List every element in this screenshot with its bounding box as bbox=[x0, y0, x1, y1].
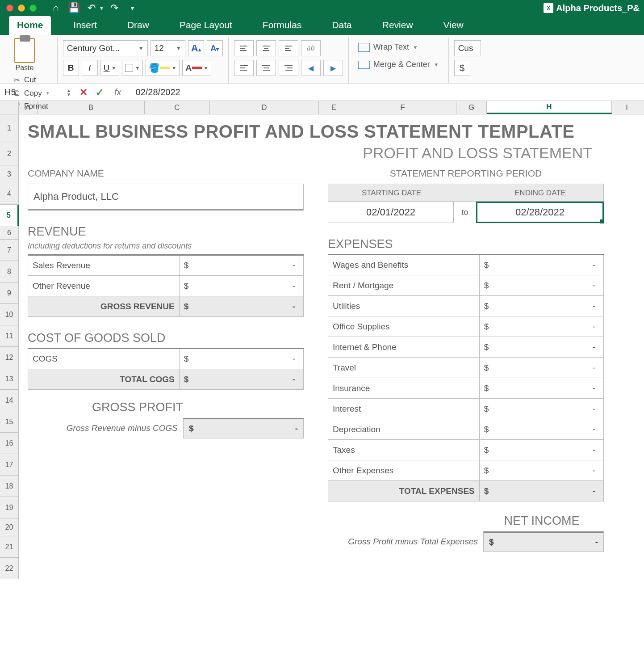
font-name-combo[interactable]: Century Got...▼ bbox=[63, 40, 148, 56]
table-row[interactable]: Other Expenses$- bbox=[328, 460, 604, 481]
fx-icon[interactable]: fx bbox=[114, 87, 121, 97]
col-header-g[interactable]: G bbox=[456, 101, 487, 114]
net-income-row[interactable]: Gross Profit minus Total Expenses $- bbox=[328, 531, 604, 552]
close-window-button[interactable] bbox=[6, 4, 13, 12]
select-all-corner[interactable] bbox=[0, 101, 19, 114]
redo-icon[interactable]: ↷ bbox=[108, 2, 121, 14]
table-row[interactable]: Other Revenue$- bbox=[28, 276, 304, 296]
row-header-5[interactable]: 5 bbox=[0, 205, 19, 226]
table-row[interactable]: Sales Revenue$- bbox=[28, 255, 304, 276]
decrease-font-button[interactable]: A▾ bbox=[207, 40, 223, 56]
save-icon[interactable]: 💾 bbox=[67, 2, 80, 14]
col-header-i[interactable]: I bbox=[612, 101, 642, 114]
number-format-combo[interactable]: Cus bbox=[454, 40, 481, 56]
underline-button[interactable]: U▼ bbox=[100, 60, 120, 76]
table-row[interactable]: Insurance$- bbox=[328, 378, 604, 399]
tab-page-layout[interactable]: Page Layout bbox=[171, 16, 240, 35]
undo-icon[interactable]: ↶ bbox=[85, 2, 98, 14]
align-middle-button[interactable] bbox=[256, 40, 276, 56]
company-name-cell[interactable]: Alpha Product, LLC bbox=[28, 184, 304, 211]
row-header-18[interactable]: 18 bbox=[0, 476, 18, 497]
table-row[interactable]: COGS$- bbox=[28, 349, 304, 369]
home-icon[interactable]: ⌂ bbox=[49, 2, 63, 14]
tab-data[interactable]: Data bbox=[324, 16, 360, 35]
row-header-1[interactable]: 1 bbox=[0, 114, 18, 142]
row-header-7[interactable]: 7 bbox=[0, 240, 18, 261]
table-row[interactable]: Taxes$- bbox=[328, 440, 604, 460]
row-header-11[interactable]: 11 bbox=[0, 325, 18, 347]
table-row[interactable]: Office Supplies$- bbox=[328, 316, 604, 337]
total-expenses-row[interactable]: TOTAL EXPENSES$- bbox=[328, 481, 604, 501]
row-header-19[interactable]: 19 bbox=[0, 497, 18, 518]
qat-customize-icon[interactable]: ▾ bbox=[125, 4, 139, 12]
cancel-edit-button[interactable]: ✕ bbox=[79, 87, 88, 98]
bold-button[interactable]: B bbox=[63, 60, 79, 76]
borders-button[interactable]: ▼ bbox=[122, 60, 143, 76]
font-size-combo[interactable]: 12▼ bbox=[151, 40, 185, 56]
row-header-17[interactable]: 17 bbox=[0, 454, 18, 476]
increase-indent-button[interactable]: ▶ bbox=[323, 60, 343, 76]
name-box[interactable]: H5 ▲▼ bbox=[0, 84, 73, 101]
col-header-a[interactable]: A bbox=[19, 101, 38, 114]
col-header-b[interactable]: B bbox=[38, 101, 145, 114]
col-header-h[interactable]: H bbox=[487, 101, 612, 114]
currency-button[interactable]: $ bbox=[454, 60, 470, 76]
align-top-button[interactable] bbox=[234, 40, 254, 56]
tab-formulas[interactable]: Formulas bbox=[255, 16, 310, 35]
fill-color-button[interactable]: 🪣▼ bbox=[146, 60, 180, 76]
namebox-spinner[interactable]: ▲▼ bbox=[67, 88, 71, 97]
italic-button[interactable]: I bbox=[82, 60, 98, 76]
row-header-10[interactable]: 10 bbox=[0, 304, 18, 325]
row-header-2[interactable]: 2 bbox=[0, 142, 18, 165]
row-header-6[interactable]: 6 bbox=[0, 226, 18, 240]
table-row[interactable]: Rent / Mortgage$- bbox=[328, 275, 604, 296]
row-header-12[interactable]: 12 bbox=[0, 347, 18, 368]
ending-date-cell[interactable]: 02/28/2022 bbox=[476, 202, 604, 223]
table-row[interactable]: Wages and Benefits$- bbox=[328, 255, 604, 275]
row-header-21[interactable]: 21 bbox=[0, 536, 18, 558]
col-header-e[interactable]: E bbox=[319, 101, 349, 114]
row-header-4[interactable]: 4 bbox=[0, 183, 18, 205]
row-header-13[interactable]: 13 bbox=[0, 368, 18, 390]
paste-button[interactable]: Paste bbox=[9, 38, 40, 72]
row-header-22[interactable]: 22 bbox=[0, 558, 18, 579]
row-header-9[interactable]: 9 bbox=[0, 282, 18, 304]
table-row[interactable]: Internet & Phone$- bbox=[328, 337, 604, 358]
table-row[interactable]: Travel$- bbox=[328, 358, 604, 378]
col-header-c[interactable]: C bbox=[145, 101, 210, 114]
align-bottom-button[interactable] bbox=[279, 40, 298, 56]
tab-view[interactable]: View bbox=[435, 16, 472, 35]
total-cogs-row[interactable]: TOTAL COGS$- bbox=[28, 369, 304, 390]
gross-profit-row[interactable]: Gross Revenue minus COGS $- bbox=[28, 418, 304, 438]
col-header-f[interactable]: F bbox=[349, 101, 456, 114]
increase-font-button[interactable]: A▴ bbox=[188, 40, 204, 56]
align-center-button[interactable] bbox=[256, 60, 276, 76]
col-header-d[interactable]: D bbox=[210, 101, 319, 114]
starting-date-cell[interactable]: 02/01/2022 bbox=[328, 202, 454, 223]
tab-draw[interactable]: Draw bbox=[119, 16, 157, 35]
zoom-window-button[interactable] bbox=[29, 4, 37, 12]
font-color-button[interactable]: A▼ bbox=[182, 60, 211, 76]
formula-value[interactable]: 02/28/2022 bbox=[136, 87, 180, 97]
sheet-content[interactable]: SMALL BUSINESS PROFIT AND LOSS STATEMENT… bbox=[19, 114, 644, 579]
align-right-button[interactable] bbox=[279, 60, 298, 76]
tab-home[interactable]: Home bbox=[9, 16, 51, 35]
merge-center-button[interactable]: Merge & Center▼ bbox=[354, 58, 443, 72]
confirm-edit-button[interactable]: ✓ bbox=[96, 87, 104, 98]
decrease-indent-button[interactable]: ◀ bbox=[301, 60, 321, 76]
row-header-15[interactable]: 15 bbox=[0, 411, 18, 433]
row-header-16[interactable]: 16 bbox=[0, 433, 18, 454]
row-header-14[interactable]: 14 bbox=[0, 390, 18, 411]
row-header-20[interactable]: 20 bbox=[0, 518, 18, 536]
row-header-8[interactable]: 8 bbox=[0, 261, 18, 282]
table-row[interactable]: Depreciation$- bbox=[328, 419, 604, 440]
row-header-3[interactable]: 3 bbox=[0, 165, 18, 183]
gross-revenue-row[interactable]: GROSS REVENUE$- bbox=[28, 296, 304, 317]
minimize-window-button[interactable] bbox=[18, 4, 25, 12]
table-row[interactable]: Utilities$- bbox=[328, 296, 604, 316]
align-left-button[interactable] bbox=[234, 60, 254, 76]
orientation-button[interactable]: ab bbox=[301, 40, 321, 56]
table-row[interactable]: Interest$- bbox=[328, 399, 604, 419]
wrap-text-button[interactable]: Wrap Text▼ bbox=[354, 40, 443, 54]
tab-insert[interactable]: Insert bbox=[65, 16, 105, 35]
